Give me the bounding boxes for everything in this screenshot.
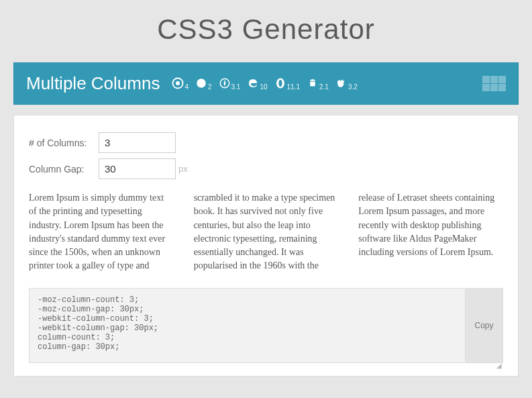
opera-version: 11.1 xyxy=(287,83,300,91)
svg-point-8 xyxy=(313,79,314,80)
menu-grid-icon[interactable] xyxy=(482,76,506,91)
ios-icon: 3.2 xyxy=(335,77,358,91)
code-output[interactable] xyxy=(30,289,465,362)
output-row: Copy xyxy=(29,288,503,363)
android-version: 2.1 xyxy=(319,83,329,91)
gap-unit: px xyxy=(178,164,188,174)
svg-point-7 xyxy=(311,79,312,80)
page-title: CSS3 Generator xyxy=(0,0,532,62)
resize-handle-icon: ◢ xyxy=(29,362,503,369)
firefox-version: 2 xyxy=(208,83,212,91)
ie-icon: 10 xyxy=(247,77,267,91)
ie-version: 10 xyxy=(260,83,267,91)
header-bar: Multiple Columns 4 2 3.1 10 11.1 xyxy=(13,62,519,105)
chrome-version: 4 xyxy=(184,83,189,91)
chrome-icon: 4 xyxy=(172,77,189,91)
gap-label: Column Gap: xyxy=(29,164,99,175)
safari-version: 3.1 xyxy=(231,83,241,91)
columns-row: # of Columns: xyxy=(29,132,503,153)
gap-row: Column Gap: px xyxy=(29,158,503,179)
ios-version: 3.2 xyxy=(348,83,358,91)
android-icon: 2.1 xyxy=(307,77,329,91)
columns-label: # of Columns: xyxy=(29,138,99,148)
header-left: Multiple Columns 4 2 3.1 10 11.1 xyxy=(26,73,358,94)
svg-point-2 xyxy=(197,79,206,88)
gap-input[interactable] xyxy=(99,158,176,179)
svg-rect-6 xyxy=(310,81,315,86)
control-panel: # of Columns: Column Gap: px Lorem Ipsum… xyxy=(13,115,519,377)
browser-support-icons: 4 2 3.1 10 11.1 2.1 xyxy=(172,77,357,91)
opera-icon: 11.1 xyxy=(274,77,300,91)
columns-input[interactable] xyxy=(99,132,176,153)
header-title: Multiple Columns xyxy=(26,73,160,94)
preview-text: Lorem Ipsum is simply dummy text of the … xyxy=(29,191,503,273)
svg-point-1 xyxy=(176,81,180,85)
firefox-icon: 2 xyxy=(195,77,212,91)
svg-point-5 xyxy=(278,79,282,87)
safari-icon: 3.1 xyxy=(219,77,241,91)
copy-button[interactable]: Copy xyxy=(465,289,502,362)
